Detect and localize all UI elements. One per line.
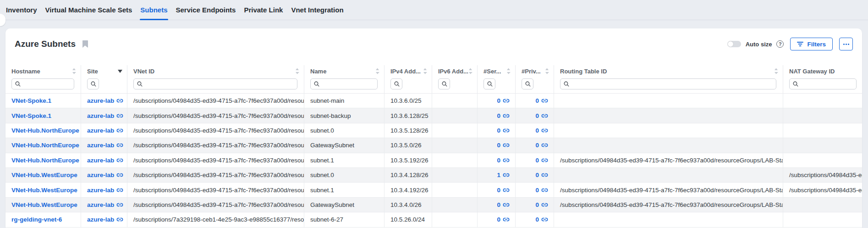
link-icon[interactable] — [503, 201, 510, 208]
column-header-name[interactable]: Name — [304, 65, 385, 77]
help-icon[interactable]: ? — [776, 40, 784, 48]
tab-inventory[interactable]: Inventory — [5, 0, 38, 20]
sort-icon[interactable] — [295, 68, 299, 74]
link-icon[interactable] — [541, 142, 548, 149]
link-icon[interactable] — [541, 97, 548, 104]
link-icon[interactable] — [541, 172, 548, 178]
hostname-link[interactable]: VNet-Hub.NorthEurope — [11, 142, 79, 149]
services-count-link[interactable]: 0 — [497, 157, 500, 164]
link-icon[interactable] — [541, 216, 548, 223]
site-link[interactable]: azure-lab — [87, 142, 114, 149]
filter-input-vnet_id[interactable] — [133, 78, 297, 89]
column-header-hostname[interactable]: Hostname — [5, 65, 81, 77]
link-icon[interactable] — [503, 127, 510, 134]
filter-input-private[interactable] — [522, 78, 533, 89]
link-icon[interactable] — [503, 142, 510, 149]
link-icon[interactable] — [541, 187, 548, 194]
link-icon[interactable] — [541, 112, 548, 119]
column-header-nat_gateway_id[interactable]: NAT Gateway ID — [783, 65, 862, 77]
link-icon[interactable] — [503, 172, 510, 178]
link-icon[interactable] — [116, 172, 123, 178]
column-header-vnet_id[interactable]: VNet ID — [127, 65, 304, 77]
link-icon[interactable] — [541, 201, 548, 208]
filter-input-nat_gateway_id[interactable] — [789, 78, 857, 89]
link-icon[interactable] — [503, 112, 510, 119]
tab-vnet-integration[interactable]: Vnet Integration — [291, 0, 344, 20]
column-header-routing_table_id[interactable]: Routing Table ID — [554, 65, 783, 77]
services-count-link[interactable]: 0 — [497, 216, 500, 223]
sort-desc-icon[interactable] — [118, 70, 122, 73]
private-count-link[interactable]: 0 — [535, 172, 539, 178]
tab-service-endpoints[interactable]: Service Endpoints — [176, 0, 236, 20]
site-link[interactable]: azure-lab — [87, 157, 114, 164]
sort-icon[interactable] — [545, 68, 549, 74]
filter-input-name[interactable] — [310, 78, 378, 89]
private-count-link[interactable]: 0 — [535, 97, 539, 104]
link-icon[interactable] — [116, 157, 123, 164]
services-count-link[interactable]: 0 — [497, 201, 500, 208]
site-link[interactable]: azure-lab — [87, 127, 114, 134]
link-icon[interactable] — [503, 216, 510, 223]
services-count-link[interactable]: 0 — [497, 112, 500, 119]
link-icon[interactable] — [116, 187, 123, 194]
private-count-link[interactable]: 0 — [535, 112, 539, 119]
filter-input-site[interactable] — [87, 78, 99, 89]
services-count-link[interactable]: 0 — [497, 187, 500, 194]
site-link[interactable]: azure-lab — [87, 201, 114, 208]
sort-icon[interactable] — [423, 68, 427, 74]
column-header-services[interactable]: #Ser... — [478, 65, 516, 77]
filter-input-services[interactable] — [483, 78, 495, 89]
bookmark-icon[interactable] — [82, 40, 88, 48]
link-icon[interactable] — [503, 97, 510, 104]
column-header-site[interactable]: Site — [81, 65, 127, 77]
sort-icon[interactable] — [72, 68, 76, 74]
private-count-link[interactable]: 0 — [535, 127, 539, 134]
column-header-ipv4[interactable]: IPv4 Add... — [385, 65, 432, 77]
sort-icon[interactable] — [506, 68, 511, 74]
auto-size-toggle[interactable] — [727, 41, 741, 47]
filter-input-routing_table_id[interactable] — [560, 78, 776, 89]
private-count-link[interactable]: 0 — [535, 157, 539, 164]
hostname-link[interactable]: VNet-Hub.WestEurope — [11, 172, 77, 178]
site-link[interactable]: azure-lab — [87, 112, 114, 119]
link-icon[interactable] — [116, 97, 123, 104]
sort-icon[interactable] — [375, 68, 379, 74]
site-link[interactable]: azure-lab — [87, 216, 114, 223]
tab-virtual-machine-scale-sets[interactable]: Virtual Machine Scale Sets — [45, 0, 133, 20]
services-count-link[interactable]: 0 — [497, 127, 500, 134]
site-link[interactable]: azure-lab — [87, 187, 114, 194]
private-count-link[interactable]: 0 — [535, 201, 539, 208]
hostname-link[interactable]: VNet-Hub.NorthEurope — [11, 157, 79, 164]
link-icon[interactable] — [503, 187, 510, 194]
private-count-link[interactable]: 0 — [535, 187, 539, 194]
sort-icon[interactable] — [468, 68, 472, 74]
hostname-link[interactable]: VNet-Hub.WestEurope — [11, 201, 77, 208]
link-icon[interactable] — [503, 157, 510, 164]
services-count-link[interactable]: 0 — [497, 142, 500, 149]
private-count-link[interactable]: 0 — [535, 142, 539, 149]
link-icon[interactable] — [116, 142, 123, 149]
private-count-link[interactable]: 0 — [535, 216, 539, 223]
sort-icon[interactable] — [774, 68, 778, 74]
link-icon[interactable] — [116, 216, 123, 223]
more-options-button[interactable] — [839, 38, 853, 50]
services-count-link[interactable]: 0 — [497, 97, 500, 104]
hostname-link[interactable]: VNet-Spoke.1 — [11, 97, 51, 104]
link-icon[interactable] — [116, 127, 123, 134]
site-link[interactable]: azure-lab — [87, 172, 114, 178]
column-header-ipv6[interactable]: IPv6 Add... — [432, 65, 478, 77]
link-icon[interactable] — [116, 112, 123, 119]
hostname-link[interactable]: VNet-Hub.NorthEurope — [11, 127, 79, 134]
site-link[interactable]: azure-lab — [87, 97, 114, 104]
link-icon[interactable] — [541, 157, 548, 164]
column-header-private[interactable]: #Priv... — [516, 65, 554, 77]
tab-subnets[interactable]: Subnets — [140, 0, 168, 20]
link-icon[interactable] — [116, 201, 123, 208]
filter-input-hostname[interactable] — [11, 78, 74, 89]
filter-input-ipv4[interactable] — [390, 78, 402, 89]
hostname-link[interactable]: VNet-Hub.WestEurope — [11, 187, 77, 194]
tab-private-link[interactable]: Private Link — [243, 0, 283, 20]
filters-button[interactable]: Filters — [790, 38, 833, 50]
services-count-link[interactable]: 1 — [497, 172, 500, 178]
link-icon[interactable] — [541, 127, 548, 134]
